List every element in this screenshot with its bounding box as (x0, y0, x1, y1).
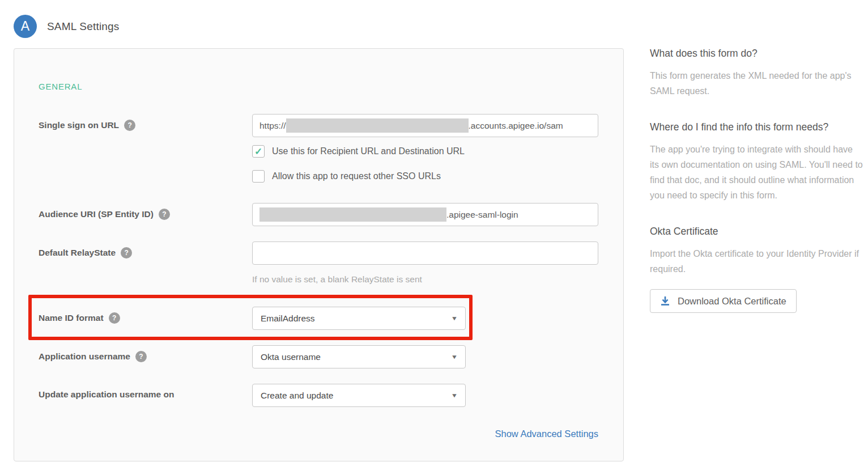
sso-url-input[interactable]: https:// .accounts.apigee.io/sam (252, 114, 598, 137)
relay-state-help-icon[interactable]: ? (121, 247, 132, 258)
app-username-label-text: Application username (39, 351, 130, 362)
sidebar-section-title: What does this form do? (650, 48, 864, 60)
sidebar-section-body: This form generates the XML needed for t… (650, 68, 864, 99)
update-username-value: Create and update (261, 391, 333, 401)
chevron-down-icon: ▼ (451, 354, 458, 360)
name-id-format-label-text: Name ID format (39, 313, 104, 323)
chevron-down-icon: ▼ (451, 315, 458, 321)
chevron-down-icon: ▼ (451, 392, 458, 399)
other-sso-checkbox-row: Allow this app to request other SSO URLs (252, 170, 441, 183)
general-section-title: GENERAL (39, 82, 82, 91)
relay-state-input[interactable] (252, 241, 598, 265)
name-id-format-help-icon[interactable]: ? (109, 312, 120, 324)
app-username-help-icon[interactable]: ? (135, 351, 147, 362)
other-sso-checkbox[interactable] (252, 170, 265, 183)
check-icon: ✓ (254, 146, 262, 158)
step-badge: A (14, 15, 37, 38)
download-certificate-button[interactable]: Download Okta Certificate (650, 289, 797, 313)
audience-uri-label-text: Audience URI (SP Entity ID) (39, 209, 154, 219)
step-badge-letter: A (21, 19, 29, 34)
relay-state-helper-text: If no value is set, a blank RelayState i… (252, 274, 422, 285)
audience-uri-label: Audience URI (SP Entity ID) ? (39, 209, 170, 220)
sso-url-label-text: Single sign on URL (39, 120, 119, 130)
audience-uri-help-icon[interactable]: ? (159, 209, 170, 220)
app-username-value: Okta username (261, 352, 321, 362)
sso-url-redacted-block (286, 118, 469, 133)
relay-state-label: Default RelayState ? (39, 247, 132, 258)
name-id-format-value: EmailAddress (261, 313, 315, 324)
sidebar-section-body: Import the Okta certificate to your Iden… (650, 246, 864, 277)
show-advanced-settings-link[interactable]: Show Advanced Settings (252, 429, 598, 439)
sso-url-value-suffix: .accounts.apigee.io/sam (469, 121, 563, 131)
sidebar-section-title: Where do I find the info this form needs… (650, 121, 864, 133)
name-id-format-label: Name ID format ? (39, 312, 120, 324)
update-username-label: Update application username on (39, 389, 174, 400)
audience-uri-input[interactable]: .apigee-saml-login (252, 203, 598, 226)
recipient-url-checkbox-row: ✓ Use this for Recipient URL and Destina… (252, 145, 465, 158)
update-username-dropdown[interactable]: Create and update ▼ (252, 384, 466, 407)
audience-uri-redacted-block (259, 207, 446, 222)
sso-url-help-icon[interactable]: ? (124, 120, 135, 131)
sso-url-label: Single sign on URL ? (39, 120, 135, 131)
download-certificate-button-label: Download Okta Certificate (678, 296, 786, 307)
recipient-url-checkbox[interactable]: ✓ (252, 145, 265, 158)
download-icon (660, 296, 670, 306)
sso-url-value-prefix: https:// (259, 121, 286, 131)
help-sidebar: What does this form do? This form genera… (650, 48, 864, 313)
sidebar-section-title: Okta Certificate (650, 226, 864, 238)
app-username-label: Application username ? (39, 351, 147, 362)
recipient-url-checkbox-label: Use this for Recipient URL and Destinati… (272, 146, 465, 156)
audience-uri-value-suffix: .apigee-saml-login (446, 210, 518, 220)
name-id-format-dropdown[interactable]: EmailAddress ▼ (252, 307, 466, 330)
app-username-dropdown[interactable]: Okta username ▼ (252, 345, 466, 368)
relay-state-label-text: Default RelayState (39, 248, 116, 258)
update-username-label-text: Update application username on (39, 389, 174, 400)
page-title: SAML Settings (47, 20, 120, 33)
other-sso-checkbox-label: Allow this app to request other SSO URLs (272, 171, 441, 181)
sidebar-section-body: The app you're trying to integrate with … (650, 142, 864, 203)
